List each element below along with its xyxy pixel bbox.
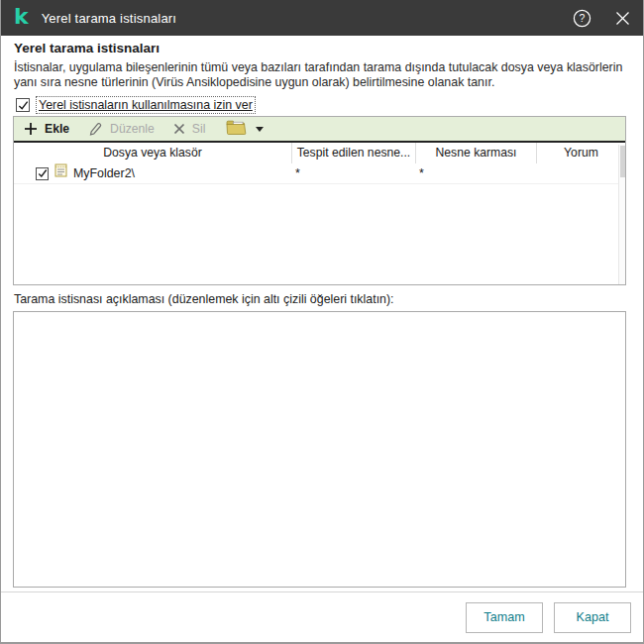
window-title: Yerel tarama istisnaları xyxy=(42,11,177,26)
column-header-comment[interactable]: Yorum xyxy=(536,143,625,163)
table-row[interactable]: MyFolder2\ * * xyxy=(14,163,625,184)
x-icon xyxy=(173,123,185,135)
edit-button-label: Düzenle xyxy=(110,122,155,136)
kaspersky-logo-icon: k xyxy=(14,6,29,28)
column-header-file-or-folder[interactable]: Dosya veya klasör xyxy=(14,143,291,163)
ok-button[interactable]: Tamam xyxy=(466,602,543,633)
exclusions-toolbar: Ekle Düzenle Sil xyxy=(14,117,625,143)
page-title: Yerel tarama istisnaları xyxy=(14,41,160,55)
dropdown-caret-icon xyxy=(256,127,264,132)
allow-local-exclusions-checkbox[interactable]: Yerel istisnaların kullanılmasına izin v… xyxy=(16,98,254,112)
close-button[interactable]: Kapat xyxy=(554,602,631,633)
row-checkbox-checked-icon[interactable] xyxy=(36,167,49,180)
edit-button[interactable]: Düzenle xyxy=(88,122,155,137)
exclusions-panel: Ekle Düzenle Sil xyxy=(13,116,626,285)
exclusion-description-label: Tarama istisnası açıklaması (düzenlemek … xyxy=(14,292,394,306)
dialog-window: k Yerel tarama istisnaları ? Yerel taram… xyxy=(0,0,644,644)
delete-button[interactable]: Sil xyxy=(173,122,206,136)
exclusion-item-icon xyxy=(54,162,67,184)
footer: Tamam Kapat xyxy=(0,591,644,642)
delete-button-label: Sil xyxy=(192,122,206,136)
exclusion-description-box[interactable] xyxy=(13,311,626,588)
column-header-object-hash[interactable]: Nesne karması xyxy=(415,143,536,163)
pencil-icon xyxy=(88,122,103,137)
plus-icon xyxy=(24,122,38,136)
row-detected-object[interactable]: * xyxy=(291,163,415,183)
table-header: Dosya veya klasör Tespit edilen nesne...… xyxy=(14,143,625,163)
add-button-label: Ekle xyxy=(45,122,69,136)
close-icon[interactable] xyxy=(615,11,630,26)
import-export-menu-button[interactable] xyxy=(226,119,264,140)
row-comment xyxy=(536,163,625,183)
scrollbar-thumb[interactable] xyxy=(620,146,625,177)
vertical-scrollbar[interactable] xyxy=(618,145,625,284)
titlebar: k Yerel tarama istisnaları ? xyxy=(0,0,644,36)
folder-icon xyxy=(226,119,247,140)
allow-local-exclusions-label[interactable]: Yerel istisnaların kullanılmasına izin v… xyxy=(38,98,254,112)
page-description: İstisnalar, uygulama bileşenlerinin tümü… xyxy=(14,60,634,91)
add-button[interactable]: Ekle xyxy=(24,122,69,136)
svg-text:?: ? xyxy=(580,12,586,24)
row-object-hash[interactable]: * xyxy=(415,163,536,183)
checkbox-checked-icon[interactable] xyxy=(16,98,30,112)
help-icon[interactable]: ? xyxy=(573,9,591,28)
row-file-or-folder[interactable]: MyFolder2\ xyxy=(73,163,135,184)
column-header-detected-object[interactable]: Tespit edilen nesne... xyxy=(291,143,415,163)
